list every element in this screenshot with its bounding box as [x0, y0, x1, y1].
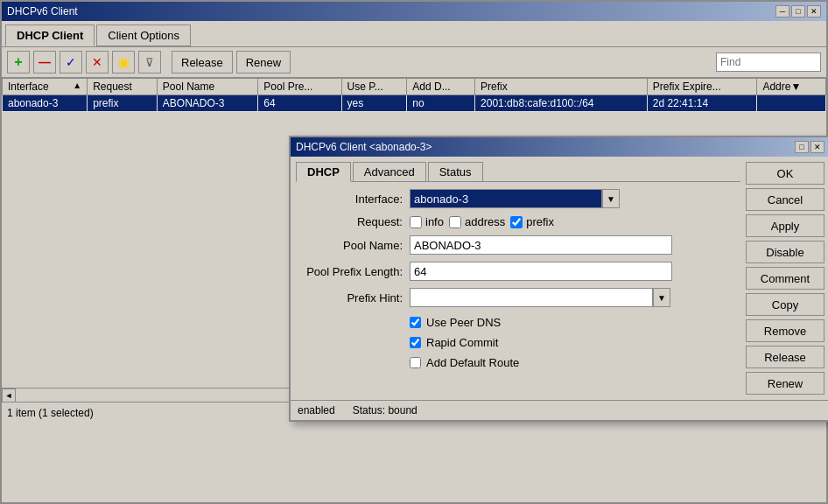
request-info-checkbox[interactable]: [410, 216, 422, 228]
tab-advanced[interactable]: Advanced: [353, 162, 426, 181]
interface-input-group: ▼: [410, 189, 620, 208]
request-prefix-group: prefix: [510, 215, 554, 228]
comment-button[interactable]: Comment: [746, 267, 824, 290]
disable-button[interactable]: Disable: [746, 241, 824, 263]
dialog-title: DHCPv6 Client <abonado-3>: [296, 141, 432, 153]
cell-interface: abonado-3: [3, 95, 88, 112]
prefix-hint-input-group: ▼: [410, 288, 670, 307]
remove-button[interactable]: Remove: [746, 319, 824, 342]
status-count: 1 item (1 selected): [7, 407, 94, 419]
pool-name-label: Pool Name:: [296, 239, 410, 252]
x-icon: ✕: [92, 55, 102, 69]
apply-button[interactable]: Apply: [746, 214, 824, 237]
request-prefix-label: prefix: [526, 215, 554, 228]
filter-icon: ⊽: [145, 56, 154, 69]
add-default-route-label: Add Default Route: [426, 356, 519, 369]
dialog-close-button[interactable]: ✕: [810, 141, 824, 153]
check-button[interactable]: ✓: [60, 51, 82, 74]
dialog-status-left: enabled: [298, 404, 335, 416]
tab-client-options[interactable]: Client Options: [96, 24, 191, 46]
col-pool-name: Pool Name: [157, 79, 258, 95]
col-interface: Interface ▲: [3, 79, 88, 95]
main-window-title: DHCPv6 Client: [7, 5, 78, 18]
dialog-maximize-button[interactable]: □: [795, 141, 809, 153]
main-minimize-button[interactable]: ─: [775, 5, 789, 18]
interface-row: Interface: ▼: [296, 189, 740, 208]
use-peer-dns-label: Use Peer DNS: [426, 316, 501, 329]
dialog-status-right: Status: bound: [353, 404, 418, 416]
request-address-checkbox[interactable]: [449, 216, 461, 228]
main-maximize-button[interactable]: □: [791, 5, 805, 18]
col-request: Request: [88, 79, 158, 95]
page-icon: ▣: [118, 55, 130, 69]
dialog-tabs: DHCP Advanced Status: [296, 162, 740, 182]
interface-label: Interface:: [296, 192, 410, 206]
tab-status[interactable]: Status: [428, 162, 483, 181]
main-close-button[interactable]: ✕: [807, 5, 821, 18]
cell-prefix: 2001:db8:cafe:d100::/64: [475, 95, 648, 112]
copy-button[interactable]: Copy: [746, 293, 824, 316]
plus-icon: +: [14, 54, 22, 70]
release-button[interactable]: Release: [172, 51, 233, 74]
col-use-peer: Use P...: [341, 79, 407, 95]
cell-add-default: no: [407, 95, 475, 112]
rapid-commit-label: Rapid Commit: [426, 336, 498, 349]
dialog-title-bar: DHCPv6 Client <abonado-3> □ ✕: [291, 137, 828, 157]
release-dialog-button[interactable]: Release: [746, 346, 824, 368]
pool-prefix-input[interactable]: [410, 262, 672, 281]
prefix-hint-row: Prefix Hint: ▼: [296, 288, 740, 307]
scroll-left-arrow[interactable]: ◄: [2, 388, 16, 402]
use-peer-dns-checkbox[interactable]: [410, 317, 421, 328]
remove-button[interactable]: —: [33, 51, 56, 74]
rapid-commit-checkbox[interactable]: [410, 337, 421, 348]
request-label: Request:: [296, 215, 410, 228]
add-default-route-line: Add Default Route: [410, 356, 740, 369]
cell-pool-name: ABONADO-3: [157, 95, 258, 112]
col-pool-prefix: Pool Pre...: [258, 79, 341, 95]
request-options: info address prefix: [410, 215, 554, 228]
minus-icon: —: [39, 55, 51, 69]
prefix-hint-input[interactable]: [410, 288, 653, 307]
page-button[interactable]: ▣: [112, 51, 135, 74]
find-input[interactable]: [716, 52, 821, 72]
main-table: Interface ▲ Request Pool Name Pool Pre..…: [2, 78, 826, 112]
cell-request: prefix: [88, 95, 158, 112]
main-tabs: DHCP Client Client Options: [2, 21, 826, 47]
tab-dhcp[interactable]: DHCP: [296, 162, 351, 182]
table-row[interactable]: abonado-3 prefix ABONADO-3 64 yes no 200…: [3, 95, 826, 112]
tab-dhcp-client[interactable]: DHCP Client: [5, 24, 95, 46]
col-address: Addre▼: [757, 79, 826, 95]
ok-button[interactable]: OK: [746, 162, 824, 185]
cell-address: [757, 95, 826, 112]
toolbar: + — ✓ ✕ ▣ ⊽ Release Renew: [2, 47, 826, 78]
prefix-hint-dropdown-button[interactable]: ▼: [653, 288, 670, 307]
request-info-label: info: [425, 215, 444, 228]
pool-name-input[interactable]: [410, 235, 672, 255]
dhcpv6-dialog: DHCPv6 Client <abonado-3> □ ✕ DHCP Advan…: [289, 136, 828, 422]
checkbox-section: Use Peer DNS Rapid Commit Add Default Ro…: [410, 316, 740, 369]
renew-dialog-button[interactable]: Renew: [746, 372, 824, 395]
check-icon: ✓: [66, 55, 76, 69]
x-button[interactable]: ✕: [86, 51, 109, 74]
request-address-group: address: [449, 215, 505, 228]
dialog-buttons: OK Cancel Apply Disable Comment Copy Rem…: [746, 162, 824, 395]
dialog-form-area: DHCP Advanced Status Interface: ▼ Reques…: [296, 162, 740, 395]
prefix-hint-label: Prefix Hint:: [296, 291, 410, 304]
filter-button[interactable]: ⊽: [138, 51, 161, 74]
add-button[interactable]: +: [7, 51, 30, 74]
cell-pool-prefix: 64: [258, 95, 341, 112]
use-peer-dns-line: Use Peer DNS: [410, 316, 740, 329]
interface-dropdown-button[interactable]: ▼: [602, 189, 620, 208]
cell-prefix-expire: 2d 22:41:14: [647, 95, 757, 112]
request-prefix-checkbox[interactable]: [510, 216, 523, 228]
dialog-content: DHCP Advanced Status Interface: ▼ Reques…: [291, 157, 828, 400]
main-title-buttons: ─ □ ✕: [775, 5, 821, 18]
add-default-route-checkbox[interactable]: [410, 357, 421, 368]
renew-button[interactable]: Renew: [236, 51, 291, 74]
dialog-status-bar: enabled Status: bound: [291, 400, 828, 420]
cancel-button[interactable]: Cancel: [746, 188, 824, 211]
col-add-default: Add D...: [407, 79, 475, 95]
interface-input[interactable]: [410, 189, 602, 208]
col-prefix: Prefix: [475, 79, 648, 95]
request-info-group: info: [410, 215, 444, 228]
